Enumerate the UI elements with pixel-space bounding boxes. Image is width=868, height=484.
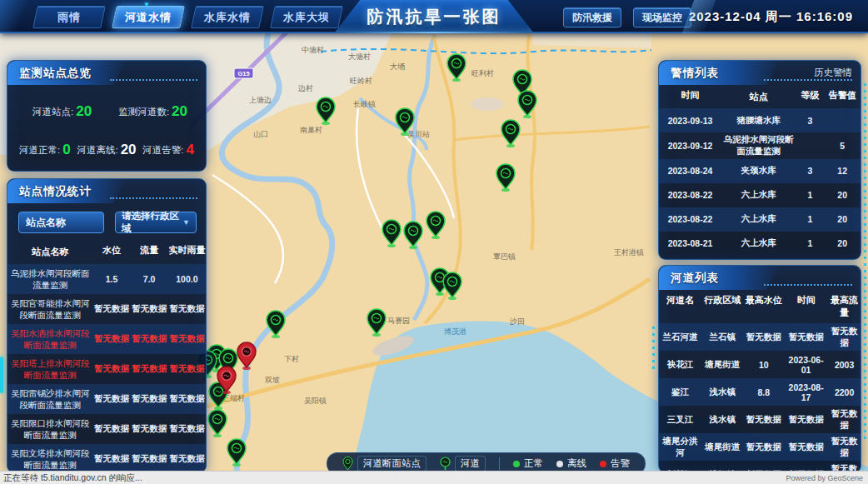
station-value: 暂无数据: [131, 423, 168, 435]
alarm-value: 20: [824, 214, 861, 224]
page-title: 防汛抗旱一张图: [367, 6, 501, 28]
river-cell: 暂无数据: [744, 332, 784, 343]
river-cell: 暂无数据: [784, 442, 828, 453]
column-header: 行政区域: [701, 294, 744, 319]
column-header: 等级: [796, 89, 825, 104]
alarm-value: 12: [824, 166, 861, 176]
station-value: 暂无数据: [92, 453, 130, 465]
button-label: 现场监控: [642, 11, 682, 25]
chevron-down-icon: ▼: [182, 218, 190, 227]
table-row[interactable]: 吴阳水洒排水闸河段断面流量监测暂无数据暂无数据暂无数据: [7, 324, 206, 354]
site-monitoring-button[interactable]: 现场监控: [633, 7, 691, 27]
table-row[interactable]: 吴阳官哥能排水闸河段断面流量监测暂无数据暂无数据暂无数据: [7, 294, 206, 324]
region-select-value: 请选择行政区域: [122, 210, 182, 235]
table-row[interactable]: 2023-09-13猪腰塘水库3: [659, 108, 861, 132]
river-cell: 8.8: [744, 387, 784, 397]
legend-status-offline: 离线: [556, 457, 586, 470]
stat-item: 河道离线:20: [77, 142, 136, 158]
station-value: 暂无数据: [131, 453, 168, 465]
river-cell: 浅水镇: [701, 387, 744, 398]
tab-rain[interactable]: 雨情: [32, 6, 106, 28]
map-urban-patch: [471, 97, 504, 111]
column-header: 站点名称: [7, 244, 92, 260]
tab-reservoir-water[interactable]: 水库水情: [191, 6, 264, 28]
scrollbar-dots: [864, 83, 866, 442]
alarm-table-header: 时间 站点 等级 告警值: [659, 85, 861, 108]
station-table-body: 乌泥排水闸河段断面流量监测1.57.0100.0吴阳官哥能排水闸河段断面流量监测…: [7, 264, 206, 473]
station-value: 暂无数据: [92, 333, 130, 345]
table-row[interactable]: 兰石河道兰石镇暂无数据暂无数据暂无数据: [659, 323, 861, 351]
table-row[interactable]: 鉴江浅水镇8.82023-08-172200: [659, 378, 861, 406]
station-value: 暂无数据: [92, 423, 130, 435]
scrollbar[interactable]: [0, 357, 3, 393]
river-cell: 暂无数据: [828, 436, 861, 459]
station-name: 吴阳文塔排水闸河段断面流量监测: [7, 446, 92, 472]
river-cell: 10: [744, 360, 784, 370]
river-cell: 三叉江: [659, 414, 701, 426]
map-label: 马赛园: [387, 317, 410, 325]
station-value: 暂无数据: [92, 363, 130, 375]
map-label: 博茂港: [444, 327, 466, 336]
map-label: 南巢村: [300, 126, 322, 134]
normal-dot-icon: [513, 461, 520, 467]
scrollbar-dots: [652, 327, 655, 373]
table-row[interactable]: 袂花江塘尾街道102023-06-012003: [659, 351, 861, 378]
station-value: 暂无数据: [131, 333, 168, 345]
legend-status-normal: 正常: [513, 457, 543, 470]
panel-header: 监测站点总览: [7, 61, 206, 85]
station-value: 暂无数据: [92, 303, 130, 315]
alarm-time: 2023-09-12: [659, 141, 721, 151]
river-cell: 兰石河道: [659, 332, 701, 343]
legend-label: 正常: [524, 457, 543, 470]
table-row[interactable]: 吴阳塔上排水闸河段断面流量监测暂无数据暂无数据暂无数据: [7, 354, 206, 384]
table-row[interactable]: 2023-08-21六上水库120: [659, 232, 861, 256]
column-header: 时间: [659, 89, 721, 104]
tab-river-water[interactable]: 河道水情: [112, 6, 185, 28]
map-label: 长岐镇: [353, 100, 376, 108]
tab-label: 河道水情: [125, 10, 172, 25]
table-row[interactable]: 2023-09-12乌泥排水闸河段断面流量监测5: [659, 132, 861, 158]
river-table-header: 河道名 行政区域 最高水位 时间 最高流量: [659, 290, 861, 323]
table-row[interactable]: 三叉江浅水镇暂无数据暂无数据暂无数据: [659, 406, 861, 433]
panel-header: 警情列表 历史警情: [659, 61, 861, 85]
legend-label: 河道断面站点: [357, 456, 427, 472]
legend-divider: [499, 457, 500, 470]
table-row[interactable]: 吴阳雷锡沙排水闸河段断面流量监测暂无数据暂无数据暂无数据: [7, 384, 206, 414]
table-row[interactable]: 乌泥排水闸河段断面流量监测1.57.0100.0: [7, 264, 206, 294]
legend-label: 告警: [611, 457, 630, 470]
column-header: 流量: [131, 244, 168, 260]
river-cell: 2023-06-01: [784, 355, 828, 375]
alarm-table-body: 2023-09-13猪腰塘水库32023-09-12乌泥排水闸河段断面流量监测5…: [659, 108, 861, 255]
stat-item: 监测河道数:20: [118, 103, 187, 120]
table-row[interactable]: 2023-08-22六上水库120: [659, 207, 861, 232]
datetime-display: 2023-12-04 周一 16:16:09: [689, 0, 853, 33]
flood-rescue-button[interactable]: 防汛救援: [563, 7, 621, 27]
alarm-time: 2023-08-21: [659, 238, 721, 248]
table-row[interactable]: 吴阳限口排水闸河段断面流量监测暂无数据暂无数据暂无数据: [7, 414, 206, 444]
history-alarms-link[interactable]: 历史警情: [814, 61, 852, 85]
nav-tabs-left: 雨情 河道水情 水库水情 水库大坝: [35, 6, 341, 28]
alarm-level: 1: [796, 190, 825, 200]
table-row[interactable]: 2023-08-22六上水库120: [659, 183, 861, 207]
map-label: 边村: [298, 84, 313, 92]
stat-value: 0: [62, 142, 70, 157]
region-select-dropdown[interactable]: 请选择行政区域 ▼: [115, 212, 197, 233]
alarm-level: 1: [796, 214, 825, 224]
station-value: 暂无数据: [168, 363, 206, 375]
alarm-station: 乌泥排水闸河段断面流量监测: [721, 132, 796, 158]
station-value: 100.0: [168, 274, 206, 284]
station-name: 吴阳塔上排水闸河段断面流量监测: [7, 356, 92, 382]
tab-reservoir-dam[interactable]: 水库大坝: [270, 6, 343, 28]
map-label: 旺岭村: [350, 77, 372, 85]
table-row[interactable]: 塘尾分洪河塘尾街道暂无数据暂无数据暂无数据: [659, 433, 861, 461]
stat-value: 20: [172, 103, 187, 119]
station-name: 乌泥排水闸河段断面流量监测: [7, 266, 92, 292]
table-row[interactable]: 2023-08-24夹颈水库312: [659, 159, 861, 183]
station-name-input[interactable]: [18, 212, 104, 233]
nav-tabs-right: 防汛救援 现场监控: [563, 7, 691, 27]
river-cell: 2023-08-17: [784, 382, 828, 402]
station-name: 吴阳水洒排水闸河段断面流量监测: [7, 326, 92, 352]
legend-river-section: 河道断面站点: [342, 456, 427, 472]
table-row[interactable]: 吴阳文塔排水闸河段断面流量监测暂无数据暂无数据暂无数据: [7, 444, 206, 473]
column-header: 水位: [92, 244, 130, 260]
